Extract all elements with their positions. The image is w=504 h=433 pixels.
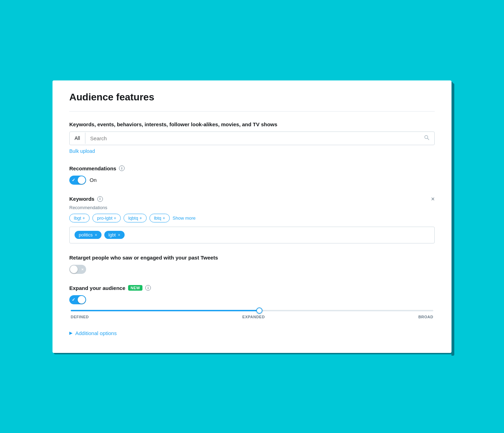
slider-label-broad: BROAD xyxy=(418,315,433,319)
slider-track xyxy=(71,310,433,311)
retarget-toggle-knob xyxy=(70,265,78,273)
recommendations-toggle[interactable]: ✓ xyxy=(69,176,86,185)
expand-toggle-check-icon: ✓ xyxy=(72,297,75,302)
slider-fill xyxy=(71,310,259,311)
search-row: All xyxy=(69,132,435,145)
keyword-tag-politics-label: politics xyxy=(79,232,93,237)
bulk-upload-link[interactable]: Bulk upload xyxy=(69,148,95,154)
retarget-toggle[interactable]: × xyxy=(69,265,86,274)
expand-section: Expand your audience NEW i ✓ DEFINED EXP… xyxy=(69,285,435,319)
search-input[interactable] xyxy=(85,132,419,145)
keyword-tag-politics: politics × xyxy=(75,231,102,239)
chip-lqbtq[interactable]: lqbtq + xyxy=(124,214,146,222)
keywords-sub-label: Recommendations xyxy=(69,205,435,210)
slider-label-expanded: EXPANDED xyxy=(242,315,265,319)
keywords-close-icon[interactable]: × xyxy=(431,196,435,202)
recommendations-info-icon[interactable]: i xyxy=(119,165,125,171)
slider-thumb[interactable] xyxy=(256,307,262,314)
new-badge: NEW xyxy=(128,285,142,291)
search-all-badge: All xyxy=(70,133,85,144)
expand-header: Expand your audience NEW i xyxy=(69,285,435,291)
keywords-input-box[interactable]: politics × lgbt × xyxy=(69,227,435,243)
additional-options-arrow-icon: ▶ xyxy=(69,331,72,335)
recommendations-toggle-label: On xyxy=(90,177,97,183)
main-panel: Audience features Keywords, events, beha… xyxy=(52,80,451,353)
divider xyxy=(69,111,435,112)
slider-container: DEFINED EXPANDED BROAD xyxy=(69,310,435,319)
page-title: Audience features xyxy=(69,92,435,103)
keywords-title: Keywords xyxy=(69,196,94,202)
chip-lbtq[interactable]: lbtq + xyxy=(149,214,170,222)
expand-info-icon[interactable]: i xyxy=(145,285,151,291)
keyword-tag-lgbt: lgbt × xyxy=(104,231,125,239)
svg-line-1 xyxy=(427,138,429,140)
recommendations-section: Recommendations i ✓ On xyxy=(69,165,435,185)
keywords-header: Keywords i × xyxy=(69,196,435,202)
additional-options[interactable]: ▶ Additional options xyxy=(69,330,435,336)
toggle-knob xyxy=(78,176,85,184)
retarget-section: Retarget people who saw or engaged with … xyxy=(69,255,435,274)
keywords-chip-row: lbgt + pro-lgbt + lqbtq + lbtq + Show mo… xyxy=(69,214,435,222)
retarget-toggle-x-icon: × xyxy=(82,267,84,271)
recommendations-header: Recommendations i xyxy=(69,165,435,171)
show-more-link[interactable]: Show more xyxy=(173,215,196,221)
search-icon xyxy=(419,132,434,144)
expand-toggle-knob xyxy=(78,296,85,304)
chip-lbgt[interactable]: lbgt + xyxy=(69,214,90,222)
keyword-tag-lgbt-label: lgbt xyxy=(108,232,116,237)
recommendations-title: Recommendations xyxy=(69,165,116,171)
additional-options-label: Additional options xyxy=(75,330,117,336)
recommendations-toggle-row: ✓ On xyxy=(69,176,435,185)
slider-label-defined: DEFINED xyxy=(71,315,89,319)
slider-labels: DEFINED EXPANDED BROAD xyxy=(71,315,433,319)
keyword-tag-politics-remove[interactable]: × xyxy=(95,233,97,237)
expand-title: Expand your audience xyxy=(69,285,125,291)
search-section-label: Keywords, events, behaviors, interests, … xyxy=(69,121,435,127)
expand-toggle-row: ✓ xyxy=(69,295,435,304)
keywords-info-icon[interactable]: i xyxy=(97,196,103,202)
expand-toggle[interactable]: ✓ xyxy=(69,295,86,304)
keywords-title-group: Keywords i xyxy=(69,196,103,202)
search-section: Keywords, events, behaviors, interests, … xyxy=(69,121,435,154)
retarget-label: Retarget people who saw or engaged with … xyxy=(69,255,435,261)
toggle-check-icon: ✓ xyxy=(72,178,75,183)
chip-pro-lgbt[interactable]: pro-lgbt + xyxy=(92,214,121,222)
retarget-toggle-row: × xyxy=(69,265,435,274)
keywords-section: Keywords i × Recommendations lbgt + pro-… xyxy=(69,196,435,243)
keyword-tag-lgbt-remove[interactable]: × xyxy=(118,233,120,237)
